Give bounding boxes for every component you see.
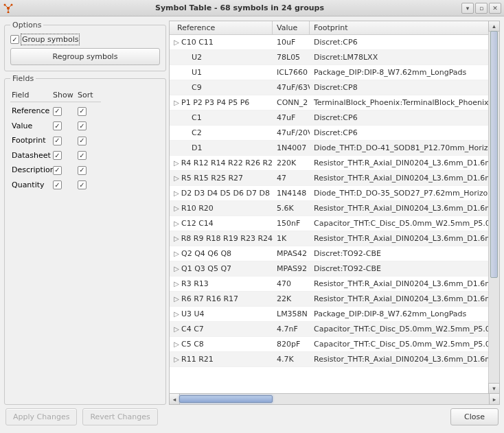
symbol-table: Reference Value Footprint ▷C10 C1110uFDi… — [169, 21, 500, 394]
cell-reference: Q1 Q3 Q5 Q7 — [181, 264, 231, 273]
expand-icon[interactable]: ▷ — [174, 295, 179, 303]
table-row[interactable]: ▷C10 C1110uFDiscret:CP6 — [170, 35, 488, 50]
scroll-left-button[interactable]: ◂ — [169, 393, 180, 405]
apply-changes-button[interactable]: Apply Changes — [5, 408, 77, 425]
cell-value: 5.6K — [273, 202, 310, 214]
cell-reference: Q2 Q4 Q6 Q8 — [181, 249, 231, 258]
cell-reference: C1 — [192, 113, 202, 122]
cell-footprint: Resistor_THT:R_Axial_DIN0204_L3.6mm_D1.6… — [310, 278, 488, 290]
group-symbols-checkbox[interactable] — [10, 35, 19, 44]
cell-footprint: Diode_THT:D_DO-35_SOD27_P7.62mm_Horizont… — [310, 187, 488, 199]
table-row[interactable]: ▷C4 C74.7nFCapacitor_THT:C_Disc_D5.0mm_W… — [170, 322, 488, 337]
maximize-button[interactable]: ▫ — [475, 3, 488, 14]
cell-footprint: Package_DIP:DIP-8_W7.62mm_LongPads — [310, 67, 488, 78]
cell-footprint: Diode_THT:D_DO-41_SOD81_P12.70mm_Horizon… — [310, 142, 488, 154]
field-row-label: Quantity — [10, 179, 51, 191]
column-header-value[interactable]: Value — [273, 21, 310, 34]
fields-legend: Fields — [10, 74, 36, 83]
svg-point-6 — [8, 11, 10, 13]
scroll-up-button[interactable]: ▴ — [488, 21, 500, 32]
field-sort-checkbox[interactable] — [78, 137, 87, 145]
expand-icon[interactable]: ▷ — [174, 99, 179, 106]
group-symbols-label: Group symbols — [22, 35, 78, 44]
field-row-label: Description — [10, 164, 51, 176]
expand-icon[interactable]: ▷ — [174, 310, 179, 318]
cell-value: 1K — [273, 233, 310, 244]
table-row[interactable]: ▷R3 R13470Resistor_THT:R_Axial_DIN0204_L… — [170, 277, 488, 292]
field-show-checkbox[interactable] — [53, 137, 62, 145]
table-row[interactable]: ▷R6 R7 R16 R1722KResistor_THT:R_Axial_DI… — [170, 292, 488, 307]
scroll-thumb[interactable] — [490, 31, 498, 278]
cell-value: LM358N — [273, 308, 310, 320]
expand-icon[interactable]: ▷ — [174, 159, 179, 167]
cell-reference: C5 C8 — [181, 340, 204, 349]
cell-reference: D1 — [192, 143, 202, 152]
table-row[interactable]: ▷R4 R12 R14 R22 R26 R28220KResistor_THT:… — [170, 156, 488, 171]
table-row[interactable]: ▷P1 P2 P3 P4 P5 P6CONN_2TerminalBlock_Ph… — [170, 95, 488, 110]
expand-icon[interactable]: ▷ — [174, 355, 179, 363]
cell-reference: R6 R7 R16 R17 — [181, 294, 238, 303]
expand-icon[interactable]: ▷ — [174, 220, 179, 227]
expand-icon[interactable]: ▷ — [174, 38, 179, 46]
close-button[interactable]: Close — [450, 408, 499, 425]
table-row[interactable]: ▷C5 C8820pFCapacitor_THT:C_Disc_D5.0mm_W… — [170, 337, 488, 352]
regroup-symbols-button[interactable]: Regroup symbols — [10, 48, 160, 65]
field-sort-checkbox[interactable] — [78, 180, 87, 189]
table-row[interactable]: D11N4007Diode_THT:D_DO-41_SOD81_P12.70mm… — [170, 141, 488, 156]
hscroll-thumb[interactable] — [179, 395, 273, 403]
table-row[interactable]: ▷R10 R205.6KResistor_THT:R_Axial_DIN0204… — [170, 201, 488, 216]
field-show-checkbox[interactable] — [53, 121, 62, 130]
table-row[interactable]: ▷D2 D3 D4 D5 D6 D7 D8 D91N4148Diode_THT:… — [170, 186, 488, 201]
table-row[interactable]: U278L05Discret:LM78LXX — [170, 50, 488, 65]
cell-footprint: Discret:LM78LXX — [310, 51, 488, 63]
table-row[interactable]: ▷R11 R214.7KResistor_THT:R_Axial_DIN0204… — [170, 352, 488, 367]
expand-icon[interactable]: ▷ — [174, 204, 179, 212]
scroll-down-button[interactable]: ▾ — [488, 383, 500, 394]
expand-icon[interactable]: ▷ — [174, 189, 179, 197]
table-row[interactable]: ▷Q2 Q4 Q6 Q8MPAS42Discret:TO92-CBE — [170, 246, 488, 261]
column-header-reference[interactable]: Reference — [170, 21, 273, 34]
cell-value: 1N4007 — [273, 142, 310, 154]
cell-value: MPAS42 — [273, 248, 310, 259]
cell-value: ICL7660 — [273, 67, 310, 78]
field-row-label: Datasheet — [10, 150, 51, 162]
expand-icon[interactable]: ▷ — [174, 325, 179, 333]
titlebar: Symbol Table - 68 symbols in 24 groups ▾… — [0, 0, 504, 16]
table-row[interactable]: ▷C12 C14150nFCapacitor_THT:C_Disc_D5.0mm… — [170, 216, 488, 231]
table-row[interactable]: C147uFDiscret:CP6 — [170, 110, 488, 126]
horizontal-scrollbar[interactable]: ◂ ▸ — [169, 394, 500, 405]
table-row[interactable]: ▷U3 U4LM358NPackage_DIP:DIP-8_W7.62mm_Lo… — [170, 307, 488, 322]
field-show-checkbox[interactable] — [53, 107, 62, 116]
expand-icon[interactable]: ▷ — [174, 235, 179, 242]
scroll-right-button[interactable]: ▸ — [489, 393, 500, 405]
cell-value: 4.7nF — [273, 323, 310, 335]
field-sort-checkbox[interactable] — [78, 107, 87, 116]
cell-footprint: TerminalBlock_Phoenix:TerminalBlock_Phoe… — [310, 97, 488, 108]
table-row[interactable]: ▷R8 R9 R18 R19 R23 R241KResistor_THT:R_A… — [170, 231, 488, 246]
field-show-checkbox[interactable] — [53, 166, 62, 175]
field-show-checkbox[interactable] — [53, 180, 62, 189]
column-header-footprint[interactable]: Footprint — [310, 21, 488, 34]
expand-icon[interactable]: ▷ — [174, 265, 179, 272]
expand-icon[interactable]: ▷ — [174, 340, 179, 348]
expand-icon[interactable]: ▷ — [174, 250, 179, 257]
table-row[interactable]: U1ICL7660Package_DIP:DIP-8_W7.62mm_LongP… — [170, 65, 488, 80]
table-row[interactable]: ▷R5 R15 R25 R2747Resistor_THT:R_Axial_DI… — [170, 171, 488, 186]
close-window-button[interactable]: ✕ — [489, 3, 501, 14]
field-sort-checkbox[interactable] — [78, 166, 87, 175]
cell-reference: P1 P2 P3 P4 P5 P6 — [181, 98, 249, 107]
cell-value: 150nF — [273, 218, 310, 229]
cell-reference: C9 — [192, 83, 202, 92]
field-show-checkbox[interactable] — [53, 151, 62, 160]
table-row[interactable]: C947uF/63VDiscret:CP8 — [170, 80, 488, 95]
revert-changes-button[interactable]: Revert Changes — [82, 408, 157, 425]
field-sort-checkbox[interactable] — [78, 121, 87, 130]
table-row[interactable]: ▷Q1 Q3 Q5 Q7MPAS92Discret:TO92-CBE — [170, 261, 488, 277]
minimize-button[interactable]: ▾ — [461, 3, 474, 14]
expand-icon[interactable]: ▷ — [174, 174, 179, 182]
expand-icon[interactable]: ▷ — [174, 280, 179, 288]
table-row[interactable]: C247uF/20VDiscret:CP6 — [170, 126, 488, 141]
vertical-scrollbar[interactable]: ▴ ▾ — [488, 21, 499, 393]
field-sort-checkbox[interactable] — [78, 151, 87, 160]
cell-reference: R5 R15 R25 R27 — [181, 174, 243, 183]
